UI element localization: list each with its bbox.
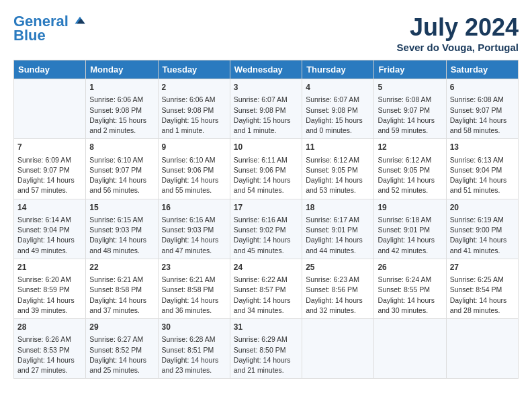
day-info-line: Sunrise: 6:15 AM [89, 215, 154, 225]
day-info-line: Sunset: 9:03 PM [89, 225, 154, 235]
day-info-line: Daylight: 14 hours [89, 235, 154, 245]
day-info-line: and 47 minutes. [162, 246, 226, 256]
calendar-cell [374, 319, 446, 379]
day-info-line: Sunrise: 6:24 AM [378, 275, 442, 285]
day-info-line: and 28 minutes. [450, 306, 515, 316]
day-info-line: Daylight: 14 hours [234, 235, 298, 245]
day-info-line: and 2 minutes. [89, 126, 154, 136]
day-info-line: and 49 minutes. [17, 246, 82, 256]
day-info-line: and 56 minutes. [89, 185, 154, 195]
day-info-line: and 30 minutes. [378, 306, 442, 316]
day-info-line: Daylight: 15 hours [306, 116, 370, 126]
day-number: 23 [162, 262, 226, 273]
calendar-cell: 10Sunrise: 6:11 AMSunset: 9:06 PMDayligh… [230, 139, 302, 199]
calendar-cell: 13Sunrise: 6:13 AMSunset: 9:04 PMDayligh… [446, 139, 518, 199]
day-info-line: Daylight: 14 hours [378, 295, 442, 306]
day-number: 17 [234, 202, 298, 214]
day-number: 16 [162, 202, 226, 214]
day-info-line: Sunrise: 6:07 AM [306, 95, 370, 105]
day-info-line: Daylight: 14 hours [162, 235, 226, 245]
day-info-line: Daylight: 14 hours [450, 235, 515, 245]
day-info-line: Sunset: 8:51 PM [162, 345, 226, 355]
day-number: 6 [450, 82, 515, 93]
day-info-line: Sunset: 8:56 PM [306, 285, 370, 295]
calendar-cell: 18Sunrise: 6:17 AMSunset: 9:01 PMDayligh… [302, 199, 374, 259]
calendar-cell: 15Sunrise: 6:15 AMSunset: 9:03 PMDayligh… [86, 199, 158, 259]
day-info-line: Sunset: 9:08 PM [234, 105, 298, 116]
day-info-line: and 54 minutes. [234, 185, 298, 195]
calendar-cell: 17Sunrise: 6:16 AMSunset: 9:02 PMDayligh… [230, 199, 302, 259]
day-info-line: Sunset: 9:08 PM [162, 105, 226, 116]
day-info-line: and 27 minutes. [17, 365, 82, 375]
day-number: 20 [450, 202, 515, 214]
day-number: 21 [17, 262, 82, 273]
day-info-line: Daylight: 14 hours [234, 175, 298, 185]
weekday-header-tuesday: Tuesday [158, 60, 230, 79]
day-info-line: Sunrise: 6:19 AM [450, 215, 515, 225]
weekday-header-saturday: Saturday [446, 60, 518, 79]
day-info-line: Sunrise: 6:18 AM [378, 215, 442, 225]
calendar-table: SundayMondayTuesdayWednesdayThursdayFrid… [13, 60, 519, 379]
day-info-line: Sunrise: 6:08 AM [450, 95, 515, 105]
day-number: 3 [234, 82, 298, 93]
day-info-line: Sunrise: 6:16 AM [234, 215, 298, 225]
day-info-line: Sunset: 9:01 PM [378, 225, 442, 235]
day-number: 4 [306, 82, 370, 93]
day-number: 27 [450, 262, 515, 273]
weekday-header-row: SundayMondayTuesdayWednesdayThursdayFrid… [14, 60, 519, 79]
day-number: 24 [234, 262, 298, 273]
day-info-line: Sunrise: 6:21 AM [162, 275, 226, 285]
calendar-cell: 14Sunrise: 6:14 AMSunset: 9:04 PMDayligh… [14, 199, 86, 259]
weekday-header-friday: Friday [374, 60, 446, 79]
calendar-cell [302, 319, 374, 379]
day-info-line: and 23 minutes. [162, 365, 226, 375]
calendar-cell: 16Sunrise: 6:16 AMSunset: 9:03 PMDayligh… [158, 199, 230, 259]
day-info-line: and 32 minutes. [306, 306, 370, 316]
day-info-line: Daylight: 14 hours [306, 295, 370, 306]
calendar-cell: 31Sunrise: 6:29 AMSunset: 8:50 PMDayligh… [230, 319, 302, 379]
day-info-line: and 48 minutes. [89, 246, 154, 256]
day-number: 10 [234, 142, 298, 153]
day-info-line: Daylight: 14 hours [450, 175, 515, 185]
day-info-line: Sunrise: 6:10 AM [162, 155, 226, 165]
day-info-line: Sunset: 9:06 PM [234, 165, 298, 175]
week-row-3: 14Sunrise: 6:14 AMSunset: 9:04 PMDayligh… [14, 199, 519, 259]
day-info-line: Daylight: 14 hours [234, 295, 298, 306]
day-info-line: Sunrise: 6:10 AM [89, 155, 154, 165]
day-info-line: and 55 minutes. [162, 185, 226, 195]
day-info-line: Sunset: 8:55 PM [378, 285, 442, 295]
day-info-line: Sunrise: 6:22 AM [234, 275, 298, 285]
day-info-line: Sunrise: 6:08 AM [378, 95, 442, 105]
day-info-line: Sunset: 8:58 PM [162, 285, 226, 295]
day-info-line: and 52 minutes. [378, 185, 442, 195]
month-title: July 2024 [397, 13, 519, 42]
day-info-line: Sunset: 9:04 PM [17, 225, 82, 235]
day-info-line: and 42 minutes. [378, 246, 442, 256]
day-number: 25 [306, 262, 370, 273]
day-info-line: Daylight: 14 hours [378, 235, 442, 245]
day-number: 1 [89, 82, 154, 93]
day-info-line: Sunset: 9:00 PM [450, 225, 515, 235]
day-info-line: and 25 minutes. [89, 365, 154, 375]
day-info-line: Daylight: 14 hours [89, 175, 154, 185]
day-info-line: Sunrise: 6:06 AM [162, 95, 226, 105]
day-info-line: and 36 minutes. [162, 306, 226, 316]
day-info-line: and 21 minutes. [234, 365, 298, 375]
day-info-line: and 1 minute. [162, 126, 226, 136]
calendar-cell: 28Sunrise: 6:26 AMSunset: 8:53 PMDayligh… [14, 319, 86, 379]
day-info-line: Sunrise: 6:17 AM [306, 215, 370, 225]
day-info-line: Sunset: 8:58 PM [89, 285, 154, 295]
day-number: 12 [378, 142, 442, 153]
day-info-line: Daylight: 15 hours [234, 116, 298, 126]
day-info-line: Sunrise: 6:20 AM [17, 275, 82, 285]
day-info-line: and 1 minute. [234, 126, 298, 136]
day-info-line: Daylight: 14 hours [378, 175, 442, 185]
week-row-4: 21Sunrise: 6:20 AMSunset: 8:59 PMDayligh… [14, 259, 519, 318]
calendar-cell: 24Sunrise: 6:22 AMSunset: 8:57 PMDayligh… [230, 259, 302, 318]
calendar-cell: 8Sunrise: 6:10 AMSunset: 9:07 PMDaylight… [86, 139, 158, 199]
day-info-line: Daylight: 14 hours [306, 175, 370, 185]
day-info-line: Sunrise: 6:13 AM [450, 155, 515, 165]
day-info-line: Sunrise: 6:14 AM [17, 215, 82, 225]
calendar-cell: 9Sunrise: 6:10 AMSunset: 9:06 PMDaylight… [158, 139, 230, 199]
logo-blue: Blue [13, 27, 46, 44]
